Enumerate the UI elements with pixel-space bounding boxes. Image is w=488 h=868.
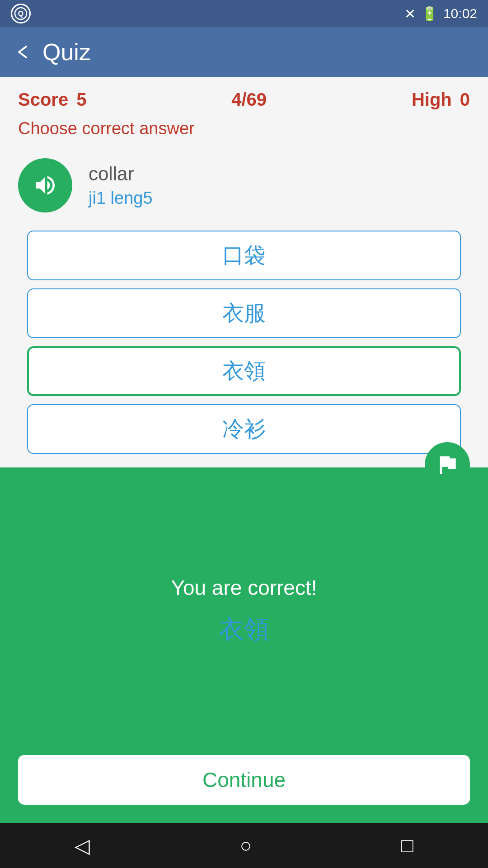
answers-section: 口袋 衣服 衣領 冷衫 — [0, 226, 488, 467]
nav-recents-button[interactable]: □ — [401, 834, 413, 857]
main-content: Score 5 4/69 High 0 Choose correct answe… — [0, 77, 488, 823]
answer-btn-1[interactable]: 口袋 — [27, 231, 461, 280]
result-container: You are correct! 衣領 Continue — [0, 467, 488, 823]
back-button[interactable] — [14, 43, 32, 61]
time-display: 10:02 — [443, 6, 477, 21]
continue-container: Continue — [0, 755, 488, 823]
nav-back-button[interactable]: ◁ — [75, 834, 90, 857]
status-bar-right: ✕ 🔋 10:02 — [404, 6, 477, 22]
word-pinyin: ji1 leng5 — [89, 189, 153, 208]
score-row: Score 5 4/69 High 0 — [0, 77, 488, 114]
signal-icon: ✕ — [404, 6, 416, 22]
instruction-text: Choose correct answer — [0, 114, 488, 149]
answer-btn-2[interactable]: 衣服 — [27, 288, 461, 338]
high-value: 0 — [460, 90, 470, 110]
word-area: collar ji1 leng5 — [0, 149, 488, 226]
word-english: collar — [89, 163, 153, 185]
flag-button[interactable] — [425, 442, 470, 487]
correct-chinese: 衣領 — [219, 613, 269, 647]
score-label: Score — [18, 90, 68, 110]
app-bar: Quiz — [0, 27, 488, 77]
continue-button[interactable]: Continue — [18, 755, 470, 805]
answer-btn-3[interactable]: 衣領 — [27, 346, 461, 396]
word-info: collar ji1 leng5 — [89, 163, 153, 208]
correct-message: You are correct! — [171, 576, 317, 600]
score-value: 5 — [76, 90, 86, 110]
speaker-icon — [33, 173, 58, 198]
app-icon: Q — [11, 4, 31, 24]
progress-text: 4/69 — [231, 90, 267, 110]
app-title: Quiz — [42, 38, 91, 66]
high-label: High — [412, 90, 452, 110]
battery-icon: 🔋 — [421, 6, 438, 22]
svg-text:Q: Q — [18, 10, 23, 18]
nav-bar: ◁ ○ □ — [0, 823, 488, 868]
sound-button[interactable] — [18, 158, 72, 212]
result-area: You are correct! 衣領 — [0, 467, 488, 755]
nav-home-button[interactable]: ○ — [239, 834, 252, 857]
answer-btn-4[interactable]: 冷衫 — [27, 404, 461, 454]
flag-icon — [435, 452, 460, 477]
status-bar-left: Q — [11, 4, 31, 24]
status-bar: Q ✕ 🔋 10:02 — [0, 0, 488, 27]
